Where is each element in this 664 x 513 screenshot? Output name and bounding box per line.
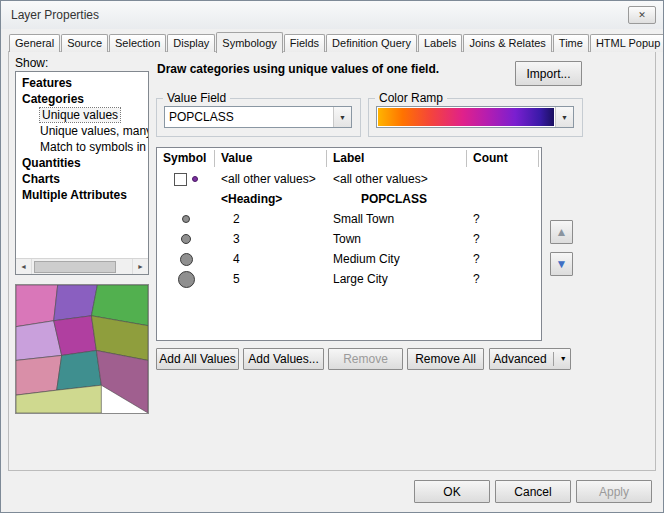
tree-horizontal-scrollbar[interactable]: ◄ ► bbox=[16, 258, 148, 274]
titlebar[interactable]: Layer Properties ✕ bbox=[1, 1, 663, 29]
remove-button[interactable]: Remove bbox=[328, 348, 403, 370]
point-symbol-icon[interactable] bbox=[178, 271, 195, 288]
table-row[interactable]: 5 Large City ? bbox=[157, 269, 541, 289]
tab-time[interactable]: Time bbox=[553, 34, 589, 52]
value-field-value: POPCLASS bbox=[165, 107, 333, 127]
tab-symbology[interactable]: Symbology bbox=[216, 32, 282, 53]
tab-joins-relates[interactable]: Joins & Relates bbox=[463, 34, 551, 52]
cancel-button[interactable]: Cancel bbox=[495, 480, 571, 503]
add-all-values-button[interactable]: Add All Values bbox=[156, 348, 239, 370]
move-down-button[interactable]: ▼ bbox=[550, 252, 573, 276]
map-region bbox=[16, 355, 62, 395]
chevron-down-icon: ▼ bbox=[553, 352, 567, 366]
map-region bbox=[54, 285, 98, 321]
tree-item-categories[interactable]: Categories bbox=[16, 91, 148, 107]
scroll-left-icon[interactable]: ◄ bbox=[16, 259, 32, 274]
value-cell: 4 bbox=[215, 252, 327, 266]
tree-item-unique-values-many[interactable]: Unique values, many bbox=[16, 123, 148, 139]
tree-item-charts[interactable]: Charts bbox=[16, 171, 148, 187]
scroll-right-icon[interactable]: ► bbox=[132, 259, 148, 274]
label-cell: Medium City bbox=[327, 252, 467, 266]
value-cell: 2 bbox=[215, 212, 327, 226]
count-cell: ? bbox=[467, 272, 539, 286]
label-cell: Town bbox=[327, 232, 467, 246]
map-region bbox=[57, 350, 102, 390]
tree-item-features[interactable]: Features bbox=[16, 75, 148, 91]
tab-selection[interactable]: Selection bbox=[109, 34, 166, 52]
column-header-symbol: Symbol bbox=[157, 150, 215, 167]
apply-button[interactable]: Apply bbox=[576, 480, 652, 503]
point-symbol-icon[interactable] bbox=[192, 176, 198, 182]
value-field-combo[interactable]: POPCLASS ▼ bbox=[164, 106, 352, 128]
tab-fields[interactable]: Fields bbox=[284, 34, 325, 52]
other-values-checkbox[interactable] bbox=[174, 173, 187, 186]
count-cell: ? bbox=[467, 212, 539, 226]
unique-values-table: Symbol Value Label Count <all other valu… bbox=[156, 147, 542, 341]
tab-general[interactable]: General bbox=[9, 34, 60, 52]
map-region bbox=[54, 316, 97, 356]
symbol-cell bbox=[157, 215, 215, 223]
preview-map-svg bbox=[16, 285, 148, 413]
tree-item-unique-values[interactable]: Unique values bbox=[16, 107, 148, 123]
tab-source[interactable]: Source bbox=[61, 34, 108, 52]
arrow-down-icon: ▼ bbox=[556, 257, 568, 271]
point-symbol-icon[interactable] bbox=[180, 253, 193, 266]
table-row[interactable]: <all other values> <all other values> bbox=[157, 169, 541, 189]
label-cell: Large City bbox=[327, 272, 467, 286]
table-header-row: Symbol Value Label Count bbox=[157, 148, 541, 169]
color-ramp-group: Color Ramp ▼ bbox=[368, 98, 583, 137]
map-region bbox=[96, 350, 148, 413]
chevron-down-icon[interactable]: ▼ bbox=[333, 107, 351, 127]
add-values-button[interactable]: Add Values... bbox=[243, 348, 324, 370]
label-cell: POPCLASS bbox=[327, 192, 467, 206]
tab-definition-query[interactable]: Definition Query bbox=[326, 34, 417, 52]
import-button[interactable]: Import... bbox=[515, 61, 582, 86]
symbol-preview-map bbox=[15, 284, 149, 414]
arrow-up-icon: ▲ bbox=[556, 225, 568, 239]
symbol-cell bbox=[157, 173, 215, 186]
tree-item-match-symbols[interactable]: Match to symbols in a bbox=[16, 139, 148, 155]
table-row[interactable]: 2 Small Town ? bbox=[157, 209, 541, 229]
chevron-down-icon[interactable]: ▼ bbox=[555, 107, 573, 127]
scrollbar-thumb[interactable] bbox=[34, 261, 116, 273]
color-ramp-swatch bbox=[378, 108, 554, 126]
symbol-cell bbox=[157, 253, 215, 266]
close-button[interactable]: ✕ bbox=[628, 6, 656, 24]
tab-labels[interactable]: Labels bbox=[418, 34, 462, 52]
value-field-label: Value Field bbox=[163, 91, 230, 105]
remove-all-button[interactable]: Remove All bbox=[407, 348, 484, 370]
value-cell: 3 bbox=[215, 232, 327, 246]
layer-properties-dialog: Layer Properties ✕ General Source Select… bbox=[0, 0, 664, 513]
tab-html-popup[interactable]: HTML Popup bbox=[590, 34, 664, 52]
tree-item-label: Unique values bbox=[40, 108, 120, 122]
tree-item-quantities[interactable]: Quantities bbox=[16, 155, 148, 171]
column-header-value: Value bbox=[215, 150, 327, 167]
point-symbol-icon[interactable] bbox=[181, 234, 191, 244]
value-cell: 5 bbox=[215, 272, 327, 286]
table-row[interactable]: <Heading> POPCLASS bbox=[157, 189, 541, 209]
color-ramp-label: Color Ramp bbox=[375, 91, 447, 105]
tab-strip: General Source Selection Display Symbolo… bbox=[9, 32, 664, 52]
symbol-cell bbox=[157, 271, 215, 288]
table-row[interactable]: 3 Town ? bbox=[157, 229, 541, 249]
count-cell: ? bbox=[467, 232, 539, 246]
label-cell: <all other values> bbox=[327, 172, 467, 186]
show-tree: Features Categories Unique values Unique… bbox=[15, 71, 149, 275]
color-ramp-combo[interactable]: ▼ bbox=[376, 106, 574, 128]
draw-method-heading: Draw categories using unique values of o… bbox=[157, 62, 509, 76]
ok-button[interactable]: OK bbox=[414, 480, 490, 503]
value-cell: <Heading> bbox=[215, 192, 327, 206]
symbol-cell bbox=[157, 234, 215, 244]
advanced-button[interactable]: Advanced ▼ bbox=[489, 348, 571, 370]
show-label: Show: bbox=[15, 56, 48, 70]
table-row[interactable]: 4 Medium City ? bbox=[157, 249, 541, 269]
advanced-button-label: Advanced bbox=[493, 352, 546, 366]
tab-display[interactable]: Display bbox=[167, 34, 215, 52]
close-icon: ✕ bbox=[638, 10, 646, 20]
value-field-group: Value Field POPCLASS ▼ bbox=[156, 98, 361, 137]
tree-item-multiple-attributes[interactable]: Multiple Attributes bbox=[16, 187, 148, 203]
move-up-button[interactable]: ▲ bbox=[550, 220, 573, 244]
count-cell: ? bbox=[467, 252, 539, 266]
column-header-count: Count bbox=[467, 150, 539, 167]
point-symbol-icon[interactable] bbox=[182, 215, 190, 223]
